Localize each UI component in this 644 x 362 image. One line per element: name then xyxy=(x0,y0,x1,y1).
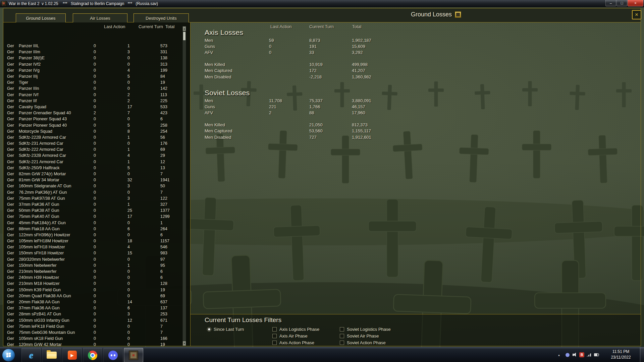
unit-total: 7 xyxy=(160,330,182,335)
maximize-icon: □ xyxy=(621,1,623,5)
unit-row: Ger105mm sK18 Field Gun00166 xyxy=(3,336,182,342)
stat-current-turn: 1,766 xyxy=(309,104,352,109)
checkbox-axis-air-phase[interactable]: Axis Air Phase xyxy=(272,334,308,339)
unit-name: 105mm sK18 Field Gun xyxy=(19,336,94,341)
stat-row: Guns2211,76646,157 xyxy=(205,104,439,110)
unit-row: Ger20mm Flak38 AA Gun014637 xyxy=(3,299,182,305)
unit-last-action: 0 xyxy=(94,281,127,286)
unit-last-action: 0 xyxy=(94,306,127,310)
unit-last-action: 0 xyxy=(94,214,127,219)
tray-network-icon[interactable] xyxy=(586,352,592,358)
unit-last-action: 0 xyxy=(94,251,127,255)
unit-row: GerPanzer IVf02113 xyxy=(3,92,182,98)
scrollbar-thumb[interactable] xyxy=(183,32,185,40)
unit-current-turn: 2 xyxy=(127,93,160,97)
unit-current-turn: 15 xyxy=(127,251,160,255)
tray-battery-icon[interactable] xyxy=(593,352,599,358)
stat-total: 3,880,091 xyxy=(352,98,439,103)
stat-label: Men Captured xyxy=(205,68,269,73)
media-player-button[interactable]: ▶ xyxy=(62,348,82,362)
checkbox-soviet-air-phase[interactable]: Soviet Air Phase xyxy=(340,334,379,339)
unit-name: 76.2mm PaK36(r) AT Gun xyxy=(19,190,94,195)
unit-total: 56 xyxy=(160,135,182,140)
chrome-button[interactable] xyxy=(83,348,102,362)
unit-name: Panzer IIIn xyxy=(19,86,94,91)
unit-current-turn: 5 xyxy=(127,74,160,79)
show-desktop-button[interactable] xyxy=(640,347,644,362)
unit-nation: Ger xyxy=(7,172,19,176)
unit-current-turn: 1 xyxy=(127,135,160,140)
unit-last-action: 0 xyxy=(94,44,127,48)
close-screen-button[interactable]: × xyxy=(632,10,641,19)
internet-explorer-button[interactable]: e xyxy=(21,348,41,362)
unit-total: 1 xyxy=(160,221,182,225)
unit-name: Panzer Pioneer Squad 43 xyxy=(19,117,94,121)
unit-nation: Ger xyxy=(7,129,19,134)
unit-total: 7 xyxy=(160,324,182,329)
scroll-up-icon[interactable]: ▲ xyxy=(183,26,186,31)
stat-last-action: 0 xyxy=(269,44,309,49)
panel-divider xyxy=(190,22,191,346)
stat-total: 812,373 xyxy=(352,122,439,127)
unit-nation: Ger xyxy=(7,312,19,316)
unit-nation: Ger xyxy=(7,153,19,158)
unit-last-action: 0 xyxy=(94,123,127,128)
unit-list-scrollbar[interactable]: ▲ ▼ xyxy=(182,26,186,346)
stat-last-action: 221 xyxy=(269,104,309,109)
unit-total: 137 xyxy=(160,306,182,310)
checkbox-label: Soviet Action Phase xyxy=(347,340,386,345)
taskbar-clock[interactable]: 11:51 PM 23/11/2022 xyxy=(605,349,637,360)
unit-total: 6 xyxy=(160,117,182,121)
tab-air-losses[interactable]: Air Losses xyxy=(73,13,127,22)
unit-last-action: 0 xyxy=(94,184,127,188)
unit-last-action: 0 xyxy=(94,141,127,146)
unit-name: SdKfz-250/9 Halftrack xyxy=(19,166,94,170)
radio-since-last-turn[interactable]: Since Last Turn xyxy=(207,327,244,332)
unit-name: SdKfz-222B Armored Car xyxy=(19,135,94,140)
unit-current-turn: 3 xyxy=(127,184,160,188)
unit-nation: Ger xyxy=(7,257,19,262)
checkbox-label: Axis Logistics Phase xyxy=(279,327,319,332)
unit-nation: Ger xyxy=(7,294,19,298)
tray-discord-icon[interactable] xyxy=(565,352,570,358)
tab-destroyed-units[interactable]: Destroyed Units xyxy=(133,13,189,22)
start-button[interactable] xyxy=(2,349,15,362)
scroll-down-icon[interactable]: ▼ xyxy=(183,341,186,346)
checkbox-axis-logistics-phase[interactable]: Axis Logistics Phase xyxy=(272,327,319,332)
unit-last-action: 0 xyxy=(94,300,127,304)
maximize-button[interactable]: □ xyxy=(616,0,627,6)
unit-row: Ger28mm sPzB41 AT Gun03253 xyxy=(3,311,182,317)
stat-current-turn: 53,560 xyxy=(309,128,352,133)
checkbox-axis-action-phase[interactable]: Axis Action Phase xyxy=(272,340,314,345)
hidden-icons-icon[interactable]: ▴ xyxy=(556,352,562,358)
unit-nation: Ger xyxy=(7,202,19,207)
unit-row: GerPanzer Pioneer Squad 4005258 xyxy=(3,122,182,128)
unit-row: Ger122mm sFH396(r) Howitzer006 xyxy=(3,232,182,238)
unit-name: 75mm PaK40 AT Gun xyxy=(19,214,94,219)
unit-last-action: 0 xyxy=(94,342,127,346)
close-button[interactable]: × xyxy=(628,0,643,6)
checkbox-soviet-logistics-phase[interactable]: Soviet Logistics Phase xyxy=(340,327,391,332)
stat-last-action: 59 xyxy=(269,38,309,43)
unit-current-turn: 3 xyxy=(127,196,160,201)
unit-current-turn: 6 xyxy=(127,227,160,231)
wite2-game-button[interactable] xyxy=(124,348,143,362)
unit-row: Ger150mm K39 Field Gun0019 xyxy=(3,287,182,293)
file-explorer-button[interactable] xyxy=(42,348,61,362)
clock-time: 11:51 PM xyxy=(605,349,637,355)
discord-button[interactable] xyxy=(103,348,123,362)
tray-language-icon[interactable]: B xyxy=(579,352,584,357)
section-title: Soviet Losses xyxy=(205,89,439,98)
tray-volume-icon[interactable] xyxy=(572,352,578,358)
unit-name: 75mm PaK97/38 AT Gun xyxy=(19,196,94,201)
minimize-button[interactable]: – xyxy=(605,0,616,6)
unit-total: 1299 xyxy=(160,214,182,219)
unit-name: 280/320mm Nebelwerfer xyxy=(19,257,94,262)
checkbox-soviet-action-phase[interactable]: Soviet Action Phase xyxy=(340,340,386,345)
stat-label: Men xyxy=(205,98,269,103)
unit-last-action: 0 xyxy=(94,324,127,329)
tab-ground-losses[interactable]: Ground Losses xyxy=(16,13,66,22)
unit-total: 331 xyxy=(160,50,182,54)
game-window: Ground Losses × Last Action Current Turn… xyxy=(0,7,644,347)
unit-row: Ger81mm GrW 34 Mortar0321941 xyxy=(3,177,182,183)
